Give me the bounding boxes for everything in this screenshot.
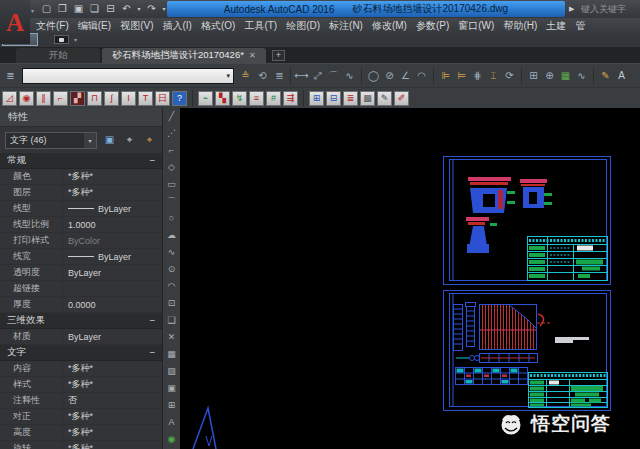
- ellipse-arc-icon[interactable]: ◠: [164, 280, 179, 293]
- polygon-icon[interactable]: ◇: [164, 161, 179, 174]
- help-shield-icon[interactable]: ?: [172, 91, 187, 106]
- table-insert-icon[interactable]: ⊟: [326, 91, 341, 106]
- construction-line-icon[interactable]: ⋰: [164, 127, 179, 140]
- tab-drawing[interactable]: 砂石料场地挡墙设计20170426* ✕: [102, 48, 266, 63]
- object-type-caret-icon[interactable]: ▾: [84, 133, 96, 148]
- title-bar[interactable]: ▢❒▣❏⊟↶▾↷▾▾ Autodesk AutoCAD 2016 砂石料场地挡墙…: [0, 0, 640, 18]
- revision-cloud-icon[interactable]: ☁: [164, 229, 179, 242]
- table-rows-icon[interactable]: ≣: [343, 91, 358, 106]
- dim-linear-icon[interactable]: ⟷: [294, 69, 309, 83]
- dim-radius-icon[interactable]: ◯: [366, 69, 381, 83]
- prop-section-general[interactable]: 常规−: [0, 153, 162, 169]
- arc-icon[interactable]: ⌒: [164, 195, 179, 208]
- rebar-tool-5-icon[interactable]: #: [266, 91, 281, 106]
- tab-start[interactable]: 开始: [16, 48, 100, 63]
- circle-icon[interactable]: ○: [164, 212, 179, 225]
- object-type-dropdown[interactable]: 文字 (46) ▾: [5, 132, 97, 149]
- prop-value-height[interactable]: *多种*: [62, 425, 162, 440]
- insert-block-icon[interactable]: ⊡: [164, 297, 179, 310]
- table-grid-icon[interactable]: ⊞: [309, 91, 324, 106]
- prop-value-layer[interactable]: *多种*: [62, 185, 162, 200]
- dim-angular-icon[interactable]: ∠: [398, 69, 413, 83]
- prop-value-lineweight[interactable]: ByLayer: [62, 249, 162, 264]
- dim-aligned-icon[interactable]: ⤢: [310, 69, 325, 83]
- hatch-icon[interactable]: ▦: [164, 348, 179, 361]
- combobox-caret-icon[interactable]: ▾: [226, 72, 230, 80]
- pile-tool-icon[interactable]: ◉: [19, 91, 34, 106]
- undo-icon[interactable]: ↶: [120, 2, 133, 16]
- dim-ordinate-icon[interactable]: ◠: [414, 69, 429, 83]
- prop-value-contents[interactable]: *多种*: [62, 361, 162, 376]
- layer-properties-icon[interactable]: ≣: [3, 69, 18, 83]
- dim-style-edit-icon[interactable]: ✎: [598, 69, 613, 83]
- gradient-icon[interactable]: ▨: [164, 365, 179, 378]
- collapse-icon[interactable]: −: [149, 315, 155, 326]
- make-object-layer-current-icon[interactable]: ≙: [238, 69, 253, 83]
- menu-format[interactable]: 格式(O): [201, 19, 235, 33]
- layout-caret-icon[interactable]: ▾: [74, 36, 77, 43]
- collapse-icon[interactable]: −: [149, 347, 155, 358]
- prop-value-linetype[interactable]: ByLayer: [62, 201, 162, 216]
- menu-guan[interactable]: 管: [575, 19, 585, 33]
- menu-parametric[interactable]: 参数(P): [416, 19, 449, 33]
- prop-value-thickness[interactable]: 0.0000: [62, 297, 162, 312]
- rebar-tool-6-icon[interactable]: ⇶: [283, 91, 298, 106]
- redo-icon[interactable]: ↷: [145, 2, 158, 16]
- dim-diameter-icon[interactable]: ⊘: [382, 69, 397, 83]
- rebar-tool-4-icon[interactable]: ≡: [249, 91, 264, 106]
- corner-tool-icon[interactable]: ⌐: [53, 91, 68, 106]
- layer-states-icon[interactable]: ≣: [272, 69, 287, 83]
- quick-select-icon[interactable]: ⌖: [142, 134, 157, 146]
- undo-caret-icon[interactable]: ▾: [136, 2, 142, 16]
- prop-section-3d-effects[interactable]: 三维效果−: [0, 313, 162, 329]
- prop-value-style[interactable]: *多种*: [62, 377, 162, 392]
- channel-tool-icon[interactable]: ⊓: [87, 91, 102, 106]
- rectangle-icon[interactable]: ▭: [164, 178, 179, 191]
- drawing-canvas[interactable]: 悟空问答: [180, 108, 640, 449]
- slope-tool-icon[interactable]: ◿: [2, 91, 17, 106]
- menu-window[interactable]: 窗口(W): [458, 19, 494, 33]
- comm-center-arrow-icon[interactable]: ▶: [569, 5, 574, 13]
- tab-close-icon[interactable]: ✕: [249, 51, 256, 60]
- prop-value-transparency[interactable]: ByLayer: [62, 265, 162, 280]
- line-icon[interactable]: ╱: [164, 110, 179, 123]
- dim-arc-length-icon[interactable]: ⌒: [326, 69, 341, 83]
- menu-draw[interactable]: 绘图(D): [286, 19, 320, 33]
- hatch-tool-icon[interactable]: ▞: [70, 91, 85, 106]
- sheet-pencil-icon[interactable]: ✎: [377, 91, 392, 106]
- pickadd-toggle-icon[interactable]: ▣: [102, 134, 117, 146]
- region-icon[interactable]: ▣: [164, 382, 179, 395]
- menu-tools[interactable]: 工具(T): [244, 19, 277, 33]
- dim-update-icon[interactable]: ⟳: [502, 69, 517, 83]
- tolerance-icon[interactable]: ⊞: [526, 69, 541, 83]
- prop-value-linetype-scale[interactable]: 1.0000: [62, 217, 162, 232]
- help-search-input[interactable]: 键入关键字: [581, 2, 639, 16]
- dim-jog-line-icon[interactable]: ∿: [574, 69, 589, 83]
- new-tab-button[interactable]: +: [272, 50, 285, 61]
- plot-icon[interactable]: ⊟: [104, 2, 117, 16]
- osnap-settings-icon[interactable]: ◉: [164, 433, 179, 446]
- prop-value-hyperlink[interactable]: [62, 281, 162, 296]
- prop-value-color[interactable]: *多种*: [62, 169, 162, 184]
- open-file-icon[interactable]: ❒: [56, 2, 69, 16]
- menu-edit[interactable]: 编辑(E): [78, 19, 111, 33]
- prop-value-annotative[interactable]: 否: [62, 393, 162, 408]
- ellipse-icon[interactable]: ⊙: [164, 263, 179, 276]
- menu-file[interactable]: 文件(F): [36, 19, 69, 33]
- dim-inspect-icon[interactable]: ▦: [558, 69, 573, 83]
- curve-tool-icon[interactable]: ∫: [104, 91, 119, 106]
- menu-help[interactable]: 帮助(H): [503, 19, 537, 33]
- prop-value-justify[interactable]: *多种*: [62, 409, 162, 424]
- new-file-icon[interactable]: ▢: [40, 2, 53, 16]
- polyline-icon[interactable]: ⌐: [164, 144, 179, 157]
- menu-tujian[interactable]: 土建: [546, 19, 566, 33]
- spline-icon[interactable]: ∿: [164, 246, 179, 259]
- prop-value-plot-style[interactable]: ByColor: [62, 233, 162, 248]
- menu-dimension[interactable]: 标注(N): [329, 19, 363, 33]
- select-objects-icon[interactable]: ⌖: [122, 134, 137, 146]
- menu-insert[interactable]: 插入(I): [162, 19, 191, 33]
- parallel-tool-icon[interactable]: ∥: [36, 91, 51, 106]
- save-as-icon[interactable]: ❏: [88, 2, 101, 16]
- stamp-tool-icon[interactable]: ✐: [394, 91, 409, 106]
- table-icon[interactable]: ⊞: [164, 399, 179, 412]
